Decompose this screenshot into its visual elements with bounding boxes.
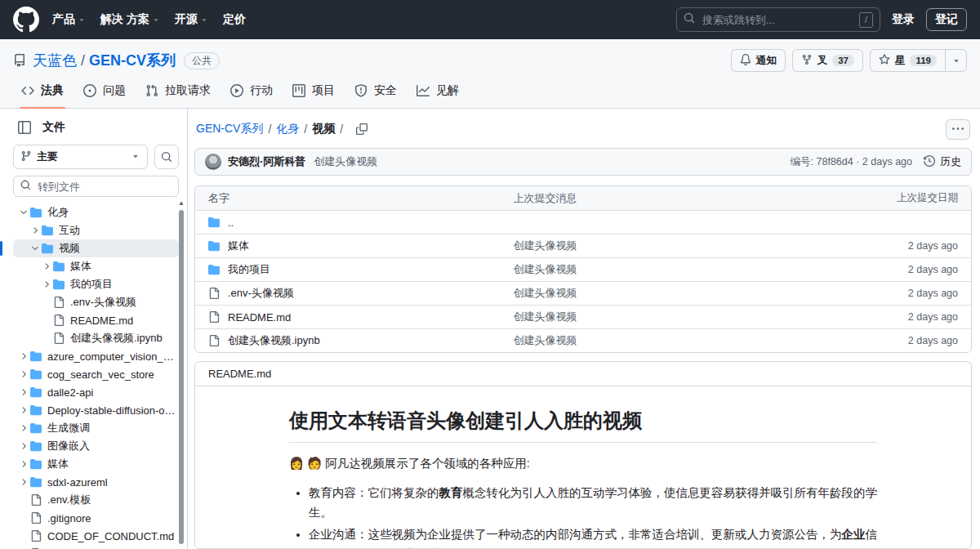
tab-pull-request[interactable]: 拉取请求 (137, 78, 219, 108)
chevron-right-icon[interactable] (39, 279, 53, 289)
cell-commit-message[interactable]: 创建头像视频 (514, 310, 849, 324)
search-this-repo-button[interactable] (154, 145, 179, 169)
tree-item-file[interactable]: CONTRIBUTING.md (13, 545, 179, 549)
chevron-right-icon[interactable] (16, 477, 30, 487)
nav-item-2[interactable]: 开源 (175, 12, 208, 27)
global-search[interactable]: / (676, 7, 880, 32)
chevron-right-icon[interactable] (16, 369, 30, 379)
file-name-link[interactable]: 媒体 (228, 239, 249, 253)
readme-bullet: 教育内容：它们将复杂的教育概念转化为引人入胜的互动学习体验，使信息更容易获得并吸… (309, 484, 877, 522)
chevron-right-icon[interactable] (39, 261, 53, 271)
tree-item-file[interactable]: .env-头像视频 (13, 293, 179, 311)
tab-graph[interactable]: 见解 (408, 78, 467, 108)
folder-icon (208, 216, 220, 228)
table-row[interactable]: 创建头像视频.ipynb创建头像视频2 days ago (195, 328, 971, 352)
breadcrumb-link[interactable]: GEN-CV系列 (196, 122, 263, 136)
commit-author[interactable]: 安德烈·阿斯科普 (228, 154, 305, 169)
tree-item-folder[interactable]: 生成微调 (13, 419, 179, 437)
tab-shield[interactable]: 安全 (346, 78, 405, 108)
nav-item-0[interactable]: 产品 (52, 12, 86, 27)
fork-button[interactable]: 叉 37 (792, 49, 863, 72)
play-icon (230, 84, 243, 97)
branch-selector[interactable]: 主要 (13, 145, 148, 169)
chevron-right-icon[interactable] (16, 459, 30, 469)
table-row[interactable]: 我的项目创建头像视频2 days ago (195, 257, 971, 281)
chevron-right-icon[interactable] (16, 351, 30, 361)
tree-item-folder[interactable]: 媒体 (13, 455, 179, 473)
tree-item-folder[interactable]: 图像嵌入 (13, 437, 179, 455)
tree-item-file[interactable]: 创建头像视频.ipynb (13, 329, 179, 347)
table-row[interactable]: .. (195, 210, 971, 234)
tree-item-folder[interactable]: 化身 (13, 203, 179, 221)
kebab-icon (952, 123, 964, 135)
file-name-link[interactable]: 我的项目 (228, 262, 270, 277)
nav-item-1[interactable]: 解决 方案 (100, 12, 160, 27)
go-to-file-input[interactable] (36, 180, 172, 194)
collapse-sidebar-icon[interactable] (13, 117, 36, 138)
code-icon (21, 84, 34, 97)
tree-item-folder[interactable]: 我的项目 (13, 275, 179, 293)
chevron-right-icon[interactable] (16, 405, 30, 415)
readme-filename[interactable]: README.md (208, 368, 271, 380)
tab-play[interactable]: 行动 (222, 78, 281, 108)
tree-item-folder[interactable]: cog_search_vec_store (13, 365, 179, 383)
tree-item-folder[interactable]: sdxl-azureml (13, 473, 179, 491)
table-row[interactable]: README.md创建头像视频2 days ago (195, 305, 971, 328)
chevron-right-icon[interactable] (16, 423, 30, 433)
cell-commit-message[interactable]: 创建头像视频 (514, 239, 849, 253)
breadcrumb-current[interactable]: 视频 (312, 122, 335, 136)
nav-item-3[interactable]: 定价 (223, 12, 246, 27)
file-name-link[interactable]: README.md (228, 311, 291, 324)
chevron-down-icon[interactable] (16, 208, 30, 217)
chevron-right-icon[interactable] (16, 387, 30, 397)
star-dropdown-button[interactable] (946, 49, 967, 72)
commit-id-and-date[interactable]: 编号: 78f86d4 · 2 days ago (791, 155, 912, 169)
more-options-button[interactable] (946, 119, 970, 140)
tab-code[interactable]: 法典 (13, 78, 72, 108)
cell-commit-message[interactable]: 创建头像视频 (514, 286, 849, 301)
file-name-link[interactable]: .. (228, 216, 234, 229)
github-logo-icon[interactable] (13, 7, 39, 33)
issue-icon (83, 84, 96, 97)
tab-project[interactable]: 项目 (284, 78, 343, 108)
primary-nav: 产品解决 方案开源定价 (52, 12, 246, 27)
copy-path-icon[interactable] (356, 123, 368, 135)
chevron-down-icon[interactable] (28, 243, 42, 253)
table-row[interactable]: 媒体创建头像视频2 days ago (195, 234, 971, 257)
sidebar-scrollbar[interactable] (179, 210, 184, 544)
file-name-link[interactable]: 创建头像视频.ipynb (228, 333, 320, 348)
global-search-input[interactable] (701, 13, 853, 27)
go-to-file[interactable] (13, 176, 179, 197)
tree-item-folder[interactable]: Deploy-stable-diffusion-on-azure... (13, 401, 179, 419)
sign-in-link[interactable]: 登录 (892, 12, 915, 27)
chevron-right-icon[interactable] (28, 225, 42, 235)
tree-item-file[interactable]: .gitignore (13, 509, 179, 527)
file-icon (30, 494, 42, 506)
cell-commit-message[interactable]: 创建头像视频 (514, 333, 849, 348)
tree-item-file[interactable]: README.md (13, 311, 179, 329)
repo-owner-link[interactable]: 天蓝色 (33, 51, 77, 70)
breadcrumb-link[interactable]: 化身 (276, 122, 299, 136)
history-link[interactable]: 历史 (924, 154, 961, 169)
tree-item-file[interactable]: CODE_OF_CONDUCT.md (13, 527, 179, 545)
notifications-button[interactable]: 通知 (731, 49, 786, 72)
repo-name-link[interactable]: GEN-CV系列 (89, 51, 176, 70)
tab-issue[interactable]: 问题 (75, 78, 134, 108)
chevron-right-icon[interactable] (16, 441, 30, 451)
tree-item-file[interactable]: .env.模板 (13, 491, 179, 509)
tree-item-folder[interactable]: 媒体 (13, 257, 179, 275)
tree-item-folder[interactable]: azure_computer_vision_workshop (13, 347, 179, 365)
tree-item-folder[interactable]: dalle2-api (13, 383, 179, 401)
cell-commit-message[interactable]: 创建头像视频 (514, 262, 849, 277)
commit-message[interactable]: 创建头像视频 (314, 154, 377, 169)
avatar[interactable] (205, 154, 221, 170)
file-name-link[interactable]: .env-头像视频 (228, 286, 294, 301)
folder-icon (30, 458, 42, 470)
tree-item-folder[interactable]: 视频 (13, 239, 179, 257)
tree-item-folder[interactable]: 互动 (13, 221, 179, 239)
sign-up-button[interactable]: 登记 (926, 8, 967, 31)
table-row[interactable]: .env-头像视频创建头像视频2 days ago (195, 281, 971, 305)
scrollbar-up-arrow[interactable]: ▲ (178, 200, 185, 207)
search-icon (20, 179, 31, 194)
star-button[interactable]: 星 119 (870, 49, 946, 72)
